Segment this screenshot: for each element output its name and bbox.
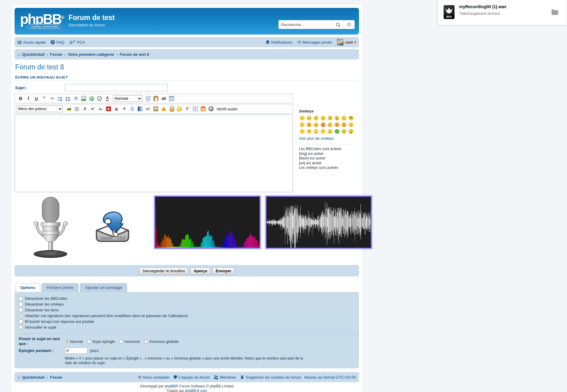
copy-icon-button[interactable] [144,95,152,102]
breadcrumb-link[interactable]: Forum [50,52,62,57]
smiley-idea-icon[interactable] [313,128,319,134]
search-input[interactable] [279,20,332,29]
breadcrumb-link[interactable]: Forum [50,375,62,380]
tab-fichiers-joints[interactable]: Fichiers joints [42,283,79,292]
phpbb-link[interactable]: phpBB [165,384,176,388]
microphone-icon[interactable] [31,195,70,260]
smiley-confused-icon[interactable] [341,115,347,121]
soundcloud-icon-button[interactable] [200,105,207,113]
smiley-lol-icon[interactable] [299,122,305,128]
checkbox[interactable] [19,308,23,312]
play-icon-button[interactable] [207,105,215,113]
quote-icon-button[interactable]: ” [41,95,48,102]
smiley-cool-icon[interactable] [348,115,354,121]
smiley-razz-icon[interactable] [313,122,319,128]
font-grow-icon-button[interactable]: A [113,105,120,113]
faq-link[interactable]: ? FAQ [51,40,64,45]
team-link[interactable]: L’équipe du forum [174,375,210,380]
import-icon-button[interactable] [152,105,159,113]
members-link[interactable]: Membres [214,375,236,380]
drop-shadow-icon-button[interactable] [129,105,136,113]
checkbox[interactable] [19,297,23,300]
radio-button[interactable] [144,340,148,343]
breadcrumb-link[interactable]: Forum de test 8 [119,52,149,57]
smiley-exclaim-icon[interactable]: ! [299,128,305,134]
checkbox[interactable] [19,302,23,306]
html5-audio-button[interactable]: html5-audio [217,107,237,111]
checkbox[interactable] [19,325,23,329]
smiley-geek-icon[interactable] [341,128,347,134]
advanced-search-button[interactable]: ⚙ [343,20,354,29]
smiley-sad-icon[interactable] [320,115,326,121]
format-select[interactable]: Normale [113,95,142,102]
phpbb-logo[interactable]: phpBB® creating communities [20,10,64,32]
stick-duration-input[interactable] [65,347,88,354]
phpbb-fr-link[interactable]: phpBB-fr.com [185,389,207,392]
subscript-icon-button[interactable]: x₂ [97,105,104,113]
image-icon-button[interactable] [80,95,87,102]
radio-button-selected[interactable] [65,340,69,343]
save-draft-button[interactable]: Sauvegarder le brouillon [139,267,188,274]
smiley-arrow-icon[interactable] [320,128,326,134]
radio-option[interactable]: Annonce [119,339,140,344]
smiley-prof-icon[interactable] [348,128,354,134]
italic-icon-button[interactable]: I [25,95,32,102]
radio-option[interactable]: Sujet épinglé [87,339,115,344]
more-smileys-link[interactable]: Voir plus de smileys [299,136,334,141]
table-icon-button[interactable] [168,95,175,102]
smiley-mrgreen-icon[interactable] [334,128,340,134]
checkbox[interactable] [19,320,23,323]
private-messages-link[interactable]: ✉ Messages privés [297,40,332,45]
smiley-mad-icon[interactable] [306,122,312,128]
smiley-rolleyes-icon[interactable] [348,122,354,128]
link-icon-button[interactable] [88,95,95,102]
smiley-question-icon[interactable]: ? [306,128,312,134]
smiley-neutral-icon[interactable] [327,128,333,134]
acp-link[interactable]: ⚙⚙ PCA [69,40,85,45]
site-title[interactable]: Forum de test [69,13,115,22]
message-textarea[interactable] [15,115,293,192]
text-direction-icon-button[interactable]: ▸¶ [144,105,152,113]
user-menu[interactable]: root ▾ [337,39,356,45]
download-filename[interactable]: myRecording00 (1).wav [459,4,506,9]
breadcrumb-link[interactable]: QuickInstall [22,52,45,57]
justify-icon-button[interactable] [73,105,81,113]
breadcrumb-link[interactable]: QuickInstall [22,375,45,380]
contact-link[interactable]: ✉ Nous contacter [138,375,169,380]
checkbox-checked[interactable]: ✓ [19,314,23,318]
info-icon-button[interactable] [192,105,199,113]
smiley-smile-icon[interactable] [306,115,312,121]
strike-icon-button[interactable]: A [81,105,89,113]
underline-icon-button[interactable]: U [33,95,40,102]
smiley-grin-icon[interactable] [299,115,305,121]
highlight-icon-button[interactable]: ab [65,105,73,113]
warning-icon-button[interactable] [160,105,167,113]
code-icon-button[interactable]: <> [49,95,56,102]
radio-option[interactable]: Normal [65,339,83,344]
folder-icon[interactable] [552,10,558,15]
download-icon[interactable] [93,209,132,247]
gradient-icon-button[interactable] [136,105,144,113]
radio-button[interactable] [87,340,91,343]
subject-input[interactable] [65,84,168,91]
smiley-cry-icon[interactable] [327,122,333,128]
bold-icon-button[interactable]: B [17,95,24,102]
smiley-evil-icon[interactable] [341,122,347,128]
radio-option[interactable]: Annonce globale [144,339,179,344]
paste-icon-button[interactable] [152,95,159,102]
smiley-eek-icon[interactable] [334,115,340,121]
download-notification[interactable]: WAV myRecording00 (1).wav Téléchargement… [438,0,567,25]
font-size-icon-button[interactable] [105,105,112,113]
smiley-wink-icon[interactable] [313,115,319,121]
font-color-icon-button[interactable]: A [104,95,111,102]
notifications-link[interactable]: Notifications [266,40,293,45]
font-shrink-icon-button[interactable]: A [121,105,128,113]
radio-button[interactable] [119,340,123,343]
tab-ajouter-un-sondage[interactable]: Ajouter un sondage [80,283,127,292]
numbered-list-icon-button[interactable] [64,95,72,102]
quick-links[interactable]: Accès rapide [18,40,46,45]
smiley-twisted-icon[interactable] [334,122,340,128]
breadcrumb-link[interactable]: Votre première catégorie [68,52,114,57]
speech-bubble-icon-button[interactable] [176,105,183,113]
superscript-icon-button[interactable]: x² [89,105,96,113]
